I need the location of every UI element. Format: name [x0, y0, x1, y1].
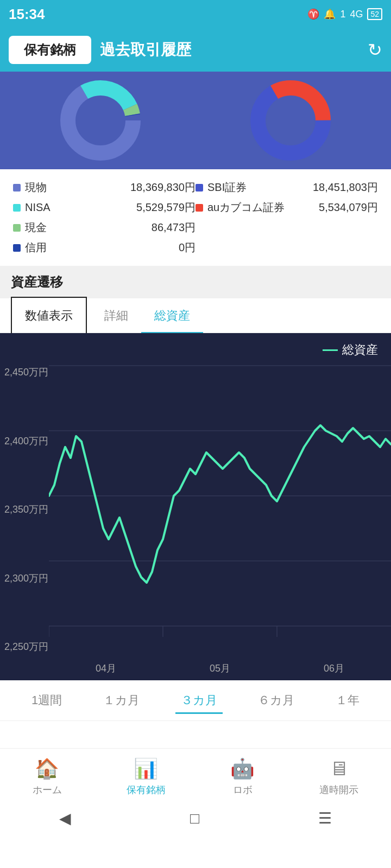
- donut-area: [0, 72, 391, 169]
- nav-home-label: ホーム: [33, 783, 62, 796]
- donut-chart-left: [57, 77, 144, 164]
- time-tabs: 1週間 １カ月 ３カ月 ６カ月 １年: [0, 680, 391, 721]
- notification-icon: 🔔: [324, 8, 336, 20]
- legend-value-6: 0円: [51, 240, 195, 255]
- legend-label-2: NISA: [25, 201, 51, 214]
- chart-tab-total[interactable]: 総資産: [141, 298, 203, 334]
- time-tab-0[interactable]: 1週間: [26, 689, 67, 712]
- donut-chart-right: [247, 77, 334, 164]
- robot-icon: 🤖: [230, 757, 255, 780]
- bottom-nav: 🏠 ホーム 📊 保有銘柄 🤖 ロボ 🖥 適時開示: [0, 748, 391, 802]
- screen-icon: 🖥: [329, 757, 349, 780]
- back-button[interactable]: ◀: [59, 809, 71, 827]
- sys-nav: ◀ □ ☰: [0, 802, 391, 835]
- legend-item-5: [195, 220, 378, 235]
- legend-label-0: 現物: [25, 180, 47, 195]
- legend-item-4: 現金 86,473円: [13, 220, 195, 235]
- status-bar: 15:34 ♈ 🔔 1 4G 52: [0, 0, 391, 28]
- time-tab-2[interactable]: ３カ月: [175, 689, 223, 712]
- legend-item-0: 現物 18,369,830円: [13, 180, 195, 195]
- time-tab-1[interactable]: １カ月: [98, 689, 145, 712]
- legend-item-2: NISA 5,529,579円: [13, 200, 195, 215]
- y-labels: 2,450万円 2,400万円 2,350万円 2,300万円 2,250万円: [0, 333, 49, 659]
- x-label-0: 04月: [96, 662, 116, 675]
- x-labels: 04月 05月 06月: [49, 662, 391, 675]
- x-label-2: 06月: [324, 662, 344, 675]
- nav-home[interactable]: 🏠 ホーム: [33, 757, 62, 796]
- legend-dot-1: [195, 184, 203, 192]
- line-chart: [49, 333, 391, 659]
- bluetooth-icon: ♈: [307, 8, 319, 20]
- nav-disclosure-label: 適時開示: [319, 783, 358, 796]
- header-title[interactable]: 過去取引履歴: [100, 40, 359, 60]
- legend-item-3: auカブコム証券 5,534,079円: [195, 200, 378, 215]
- legend-area: 現物 18,369,830円 SBI証券 18,451,803円 NISA 5,…: [0, 169, 391, 266]
- spacer: [0, 721, 391, 748]
- legend-value-1: 18,451,803円: [251, 180, 378, 195]
- nav-holdings[interactable]: 📊 保有銘柄: [127, 757, 166, 796]
- legend-label-4: 現金: [25, 220, 47, 235]
- wifi-icon: 4G: [350, 9, 363, 20]
- refresh-button[interactable]: ↻: [368, 40, 382, 60]
- legend-item-6: 信用 0円: [13, 240, 195, 255]
- legend-item-1: SBI証券 18,451,803円: [195, 180, 378, 195]
- legend-value-3: 5,534,079円: [289, 200, 378, 215]
- home-button[interactable]: □: [190, 810, 199, 827]
- time-tab-3[interactable]: ６カ月: [253, 689, 300, 712]
- legend-dot-6: [13, 244, 21, 252]
- y-label-0: 2,450万円: [0, 366, 49, 379]
- legend-dot-3: [195, 204, 203, 212]
- legend-label-6: 信用: [25, 240, 47, 255]
- legend-label-3: auカブコム証券: [207, 200, 285, 215]
- legend-dot-4: [13, 224, 21, 232]
- legend-label-1: SBI証券: [207, 180, 247, 195]
- legend-dot-2: [13, 204, 21, 212]
- chart-tab-detail[interactable]: 詳細: [91, 298, 141, 334]
- svg-point-4: [77, 97, 124, 144]
- legend-value-2: 5,529,579円: [55, 200, 195, 215]
- x-label-1: 05月: [210, 662, 230, 675]
- svg-point-7: [267, 97, 314, 144]
- nav-robo-label: ロボ: [233, 783, 253, 796]
- menu-button[interactable]: ☰: [318, 809, 332, 827]
- home-icon: 🏠: [35, 757, 59, 780]
- status-time: 15:34: [9, 6, 45, 23]
- time-tab-4[interactable]: １年: [330, 689, 365, 712]
- chart-bar-icon: 📊: [134, 757, 158, 780]
- header: 保有銘柄 過去取引履歴 ↻: [0, 28, 391, 72]
- battery-icon: 52: [367, 8, 382, 20]
- legend-item-7: [195, 240, 378, 255]
- signal-icon: 1: [340, 9, 345, 20]
- y-label-1: 2,400万円: [0, 435, 49, 448]
- y-label-3: 2,300万円: [0, 572, 49, 585]
- nav-holdings-label: 保有銘柄: [127, 783, 166, 796]
- tab-holdings[interactable]: 保有銘柄: [9, 36, 91, 64]
- y-label-4: 2,250万円: [0, 640, 49, 653]
- chart-tab-value[interactable]: 数値表示: [11, 297, 87, 335]
- nav-disclosure[interactable]: 🖥 適時開示: [319, 757, 358, 796]
- chart-area: 総資産 2,450万円 2,400万円 2,350万円 2,300万円 2,25…: [0, 333, 391, 680]
- y-label-2: 2,350万円: [0, 503, 49, 516]
- legend-dot-0: [13, 184, 21, 192]
- nav-robo[interactable]: 🤖 ロボ: [230, 757, 255, 796]
- status-icons: ♈ 🔔 1 4G 52: [307, 8, 382, 20]
- section-header: 資産遷移: [0, 266, 391, 298]
- legend-value-4: 86,473円: [51, 220, 195, 235]
- legend-value-0: 18,369,830円: [51, 180, 195, 195]
- chart-tabs: 数値表示 詳細 総資産: [0, 298, 391, 333]
